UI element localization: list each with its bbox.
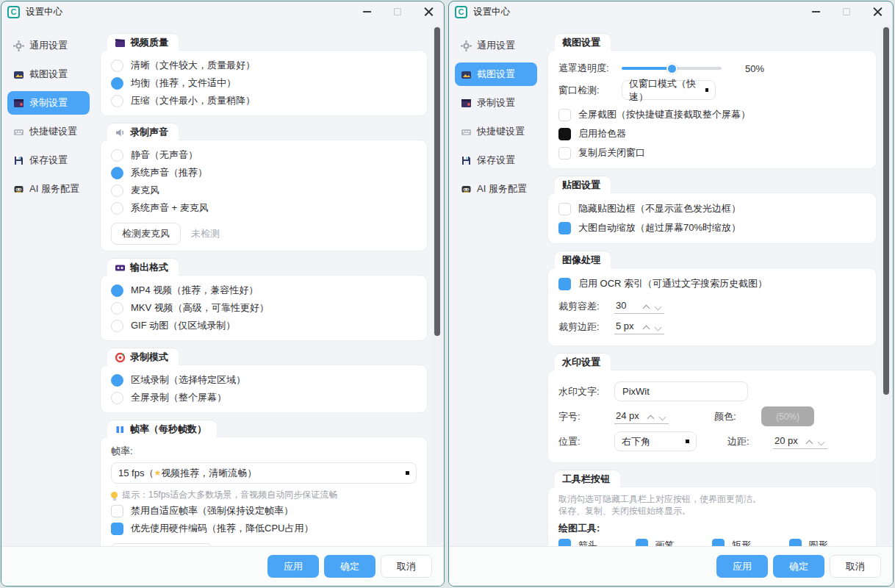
spin-up-icon[interactable] bbox=[643, 304, 650, 311]
cancel-button[interactable]: 取消 bbox=[830, 555, 881, 578]
checkbox-option[interactable]: 启用 OCR 索引（可通过文字搜索历史截图） bbox=[558, 274, 866, 293]
sidebar-item-general[interactable]: 通用设置 bbox=[7, 34, 90, 57]
sidebar-item-hotkeys[interactable]: 快捷键设置 bbox=[7, 120, 90, 143]
watermark-text-input[interactable]: PixWit bbox=[614, 381, 748, 401]
maximize-button[interactable] bbox=[831, 1, 862, 22]
radio-option[interactable]: 静音（无声音） bbox=[111, 146, 417, 164]
checkbox-indicator[interactable] bbox=[558, 539, 571, 546]
color-swatch-button[interactable]: (50%) bbox=[761, 406, 814, 426]
sidebar-item-recording[interactable]: 录制设置 bbox=[7, 91, 90, 115]
apply-button[interactable]: 应用 bbox=[716, 555, 768, 578]
checkbox-indicator[interactable] bbox=[636, 539, 648, 546]
spin-down-icon[interactable] bbox=[655, 304, 661, 311]
checkbox-indicator[interactable] bbox=[558, 109, 571, 121]
radio-indicator[interactable] bbox=[111, 392, 123, 404]
radio-option[interactable]: 麦克风 bbox=[111, 182, 417, 199]
crop-margin-spinner[interactable]: 5 px bbox=[614, 319, 664, 334]
checkbox-indicator[interactable] bbox=[558, 203, 571, 215]
checkbox-option[interactable]: 隐藏贴图边框（不显示蓝色发光边框） bbox=[558, 199, 866, 218]
radio-indicator[interactable] bbox=[111, 167, 123, 179]
radio-option[interactable]: 区域录制（选择特定区域） bbox=[111, 371, 417, 389]
position-dropdown[interactable]: 右下角 bbox=[614, 431, 697, 451]
radio-option[interactable]: MP4 视频（推荐，兼容性好） bbox=[111, 282, 417, 299]
sidebar-item-recording[interactable]: 录制设置 bbox=[455, 91, 537, 115]
radio-option[interactable]: 全屏录制（整个屏幕） bbox=[111, 389, 417, 406]
checkbox-indicator[interactable] bbox=[558, 278, 571, 290]
radio-indicator[interactable] bbox=[111, 60, 123, 72]
radio-indicator[interactable] bbox=[111, 302, 123, 315]
titlebar[interactable]: C 设置中心 bbox=[449, 1, 893, 22]
spin-down-icon[interactable] bbox=[818, 440, 824, 446]
window-detect-dropdown[interactable]: 仅窗口模式（快速） bbox=[622, 80, 716, 100]
ok-button[interactable]: 确定 bbox=[324, 555, 375, 578]
checkbox-option[interactable]: 大图自动缩放（超过屏幕70%时缩放） bbox=[558, 218, 866, 237]
checkbox-option[interactable]: 复制后关闭窗口 bbox=[558, 143, 866, 162]
spin-down-icon[interactable] bbox=[659, 415, 666, 421]
mask-opacity-slider[interactable] bbox=[622, 67, 722, 70]
radio-indicator[interactable] bbox=[111, 202, 123, 215]
sidebar-item-ai[interactable]: AI 服务配置 bbox=[7, 177, 90, 201]
close-button[interactable] bbox=[862, 1, 893, 22]
detect-encoder-button[interactable]: 检测可用编码器 bbox=[111, 543, 212, 546]
checkbox-indicator[interactable] bbox=[558, 147, 571, 159]
ok-button[interactable]: 确定 bbox=[773, 555, 824, 578]
checkbox-option[interactable]: 启用拾色器 bbox=[558, 124, 866, 143]
radio-indicator[interactable] bbox=[111, 284, 123, 297]
margin-spinner[interactable]: 20 px bbox=[773, 434, 827, 449]
checkbox-indicator[interactable] bbox=[789, 539, 802, 546]
sidebar-item-save[interactable]: 保存设置 bbox=[7, 148, 90, 172]
radio-option[interactable]: GIF 动图（仅区域录制） bbox=[111, 317, 417, 334]
sidebar-item-ai[interactable]: AI 服务配置 bbox=[455, 177, 537, 201]
detect-mic-button[interactable]: 检测麦克风 bbox=[111, 223, 181, 245]
cancel-button[interactable]: 取消 bbox=[381, 555, 432, 578]
checkbox-option[interactable]: 圆形 bbox=[789, 537, 866, 546]
app-logo-icon: C bbox=[7, 6, 20, 18]
slider-knob[interactable] bbox=[666, 63, 677, 74]
checkbox-indicator[interactable] bbox=[111, 523, 123, 535]
radio-option[interactable]: 系统声音（推荐） bbox=[111, 164, 417, 182]
radio-indicator[interactable] bbox=[111, 149, 123, 162]
checkbox-option[interactable]: 优先使用硬件编码（推荐，降低CPU占用） bbox=[111, 520, 417, 537]
radio-indicator[interactable] bbox=[111, 184, 123, 197]
checkbox-option[interactable]: 箭头 bbox=[558, 537, 636, 546]
checkbox-indicator[interactable] bbox=[111, 505, 123, 517]
checkbox-indicator[interactable] bbox=[558, 222, 571, 234]
scrollbar[interactable] bbox=[881, 24, 891, 544]
radio-indicator[interactable] bbox=[111, 77, 123, 90]
radio-option[interactable]: 系统声音 + 麦克风 bbox=[111, 199, 417, 217]
minimize-button[interactable] bbox=[800, 1, 831, 22]
radio-option[interactable]: MKV 视频（高级，可靠性更好） bbox=[111, 299, 417, 317]
radio-option[interactable]: 均衡（推荐，文件适中） bbox=[111, 74, 417, 92]
spin-down-icon[interactable] bbox=[655, 325, 661, 331]
titlebar[interactable]: C 设置中心 bbox=[1, 1, 444, 22]
sidebar-item-hotkeys[interactable]: 快捷键设置 bbox=[455, 120, 537, 143]
checkbox-option[interactable]: 矩形 bbox=[712, 537, 789, 546]
sidebar-item-screenshot[interactable]: 截图设置 bbox=[455, 62, 537, 86]
sidebar-item-general[interactable]: 通用设置 bbox=[455, 34, 537, 57]
crop-tolerance-spinner[interactable]: 30 bbox=[614, 298, 664, 314]
minimize-button[interactable] bbox=[351, 1, 382, 22]
spin-up-icon[interactable] bbox=[643, 325, 650, 331]
radio-indicator[interactable] bbox=[111, 95, 123, 107]
scrollbar-thumb[interactable] bbox=[883, 27, 889, 395]
checkbox-option[interactable]: 全屏截图（按快捷键直接截取整个屏幕） bbox=[558, 105, 866, 124]
scrollbar-thumb[interactable] bbox=[434, 27, 440, 336]
scrollbar[interactable] bbox=[432, 24, 442, 544]
radio-indicator[interactable] bbox=[111, 320, 123, 332]
radio-indicator[interactable] bbox=[111, 374, 123, 387]
checkbox-indicator[interactable] bbox=[558, 128, 571, 140]
checkbox-indicator[interactable] bbox=[712, 539, 725, 546]
spin-up-icon[interactable] bbox=[806, 440, 813, 446]
checkbox-option[interactable]: 画笔 bbox=[636, 537, 713, 546]
radio-option[interactable]: 压缩（文件最小，质量稍降） bbox=[111, 92, 417, 110]
checkbox-option[interactable]: 禁用自适应帧率（强制保持设定帧率） bbox=[111, 502, 417, 520]
spin-up-icon[interactable] bbox=[647, 415, 654, 421]
sidebar-item-save[interactable]: 保存设置 bbox=[455, 148, 537, 172]
maximize-button[interactable] bbox=[382, 1, 413, 22]
sidebar-item-screenshot[interactable]: 截图设置 bbox=[7, 62, 90, 86]
font-size-spinner[interactable]: 24 px bbox=[614, 409, 669, 424]
apply-button[interactable]: 应用 bbox=[267, 555, 319, 578]
radio-option[interactable]: 清晰（文件较大，质量最好） bbox=[111, 57, 417, 74]
fps-dropdown[interactable]: 15 fps（★视频推荐，清晰流畅） bbox=[111, 462, 417, 484]
close-button[interactable] bbox=[413, 1, 444, 22]
